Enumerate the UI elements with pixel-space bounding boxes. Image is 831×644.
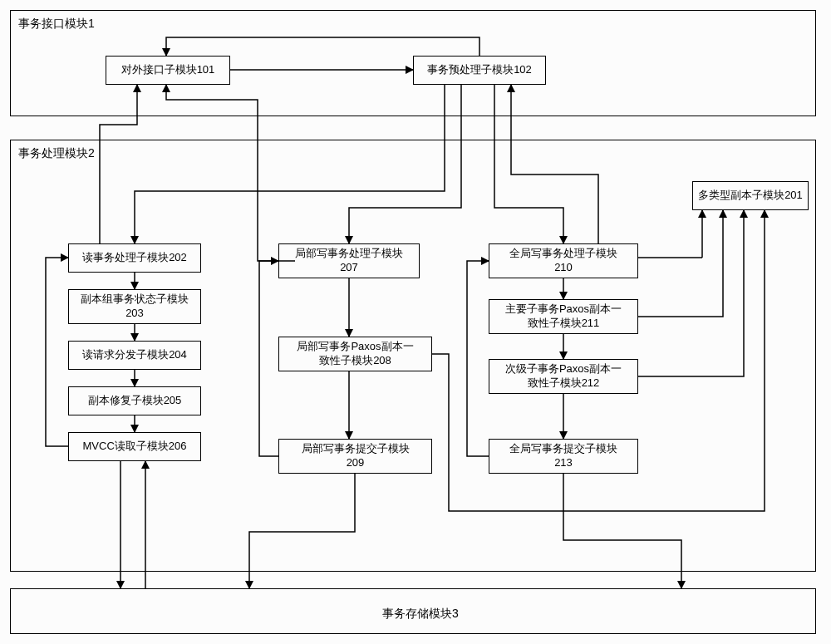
box-213-l2: 213 bbox=[554, 456, 573, 470]
box-205-label: 副本修复子模块205 bbox=[88, 394, 182, 408]
box-211: 主要子事务Paxos副本一 致性子模块211 bbox=[489, 299, 638, 334]
box-209-l1: 局部写事务提交子模块 bbox=[302, 442, 410, 456]
box-209: 局部写事务提交子模块 209 bbox=[278, 439, 432, 474]
box-205: 副本修复子模块205 bbox=[68, 386, 201, 415]
box-101: 对外接口子模块101 bbox=[106, 56, 230, 85]
box-209-l2: 209 bbox=[347, 456, 365, 470]
box-213-l1: 全局写事务提交子模块 bbox=[509, 442, 617, 456]
box-208-l1: 局部写事务Paxos副本一 bbox=[297, 340, 413, 354]
box-204-label: 读请求分发子模块204 bbox=[82, 348, 187, 362]
box-201-label: 多类型副本子模块201 bbox=[698, 189, 803, 203]
box-210-l2: 210 bbox=[554, 261, 573, 275]
box-207-l1: 局部写事务处理子模块 bbox=[295, 247, 403, 261]
box-206: MVCC读取子模块206 bbox=[68, 432, 201, 461]
box-203-l1: 副本组事务状态子模块 bbox=[81, 293, 189, 307]
box-208: 局部写事务Paxos副本一 致性子模块208 bbox=[278, 337, 432, 371]
box-211-l2: 致性子模块211 bbox=[528, 317, 600, 331]
box-212-l2: 致性子模块212 bbox=[528, 376, 600, 391]
box-207: 局部写事务处理子模块 207 bbox=[278, 243, 420, 278]
diagram-canvas: 事务接口模块1 事务处理模块2 事务存储模块3 对外接口子模块101 事务预处理… bbox=[0, 0, 831, 644]
box-212: 次级子事务Paxos副本一 致性子模块212 bbox=[489, 359, 638, 394]
box-102-label: 事务预处理子模块102 bbox=[427, 63, 532, 77]
box-202-label: 读事务处理子模块202 bbox=[82, 251, 187, 265]
box-203: 副本组事务状态子模块 203 bbox=[68, 289, 201, 324]
box-204: 读请求分发子模块204 bbox=[68, 341, 201, 370]
module-processing-label: 事务处理模块2 bbox=[18, 146, 95, 161]
box-203-l2: 203 bbox=[125, 307, 144, 321]
box-207-l2: 207 bbox=[340, 261, 358, 275]
box-201: 多类型副本子模块201 bbox=[692, 181, 809, 210]
box-211-l1: 主要子事务Paxos副本一 bbox=[505, 302, 622, 317]
box-210-l1: 全局写事务处理子模块 bbox=[509, 247, 617, 261]
box-212-l1: 次级子事务Paxos副本一 bbox=[505, 362, 622, 376]
box-202: 读事务处理子模块202 bbox=[68, 243, 201, 273]
box-102: 事务预处理子模块102 bbox=[413, 56, 546, 85]
box-206-label: MVCC读取子模块206 bbox=[83, 440, 187, 454]
module-interface-label: 事务接口模块1 bbox=[18, 17, 95, 32]
box-213: 全局写事务提交子模块 213 bbox=[489, 439, 638, 474]
box-208-l2: 致性子模块208 bbox=[319, 354, 391, 368]
box-101-label: 对外接口子模块101 bbox=[121, 63, 215, 77]
module-storage-label: 事务存储模块3 bbox=[382, 607, 459, 622]
box-210: 全局写事务处理子模块 210 bbox=[489, 243, 638, 278]
